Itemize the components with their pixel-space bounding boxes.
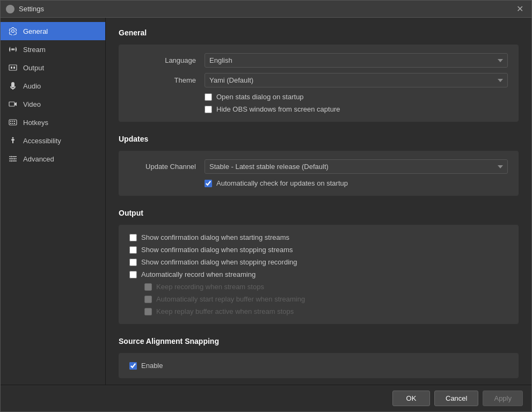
confirm-stop-recording-checkbox[interactable]: [129, 259, 137, 266]
update-channel-control: Stable - Latest stable release (Default): [205, 159, 508, 174]
updates-section-body: Update Channel Stable - Latest stable re…: [119, 151, 519, 196]
theme-row: Theme Yami (Default): [129, 73, 508, 87]
svg-rect-3: [13, 67, 15, 69]
video-icon: [8, 99, 18, 109]
confirm-stop-stream-row: Show confirmation dialog when stopping s…: [129, 246, 508, 254]
sidebar-item-accessibility[interactable]: Accessibility: [1, 131, 105, 150]
open-stats-row: Open stats dialog on startup: [205, 93, 508, 101]
svg-rect-1: [9, 65, 17, 70]
update-channel-select[interactable]: Stable - Latest stable release (Default): [205, 159, 508, 174]
general-section: General Language English Theme: [119, 28, 519, 122]
settings-window: Settings ✕ General: [0, 0, 532, 412]
sidebar-label-advanced: Advanced: [23, 155, 54, 163]
confirm-stop-stream-label[interactable]: Show confirmation dialog when stopping s…: [141, 246, 293, 254]
output-section-body: Show confirmation dialog when starting s…: [119, 225, 519, 324]
enable-snap-label[interactable]: Enable: [141, 362, 163, 370]
svg-rect-6: [10, 121, 11, 122]
auto-check-label[interactable]: Automatically check for updates on start…: [216, 179, 348, 187]
language-label: Language: [129, 56, 205, 64]
svg-point-0: [12, 48, 14, 50]
auto-check-row: Automatically check for updates on start…: [129, 179, 508, 187]
confirm-stop-recording-row: Show confirmation dialog when stopping r…: [129, 258, 508, 266]
app-icon: [6, 5, 14, 13]
confirm-start-row: Show confirmation dialog when starting s…: [129, 233, 508, 241]
source-alignment-title: Source Alignment Snapping: [119, 337, 519, 345]
checkboxes-row: Open stats dialog on startup Hide OBS wi…: [129, 93, 508, 113]
theme-label: Theme: [129, 76, 205, 84]
theme-select[interactable]: Yami (Default): [205, 73, 508, 87]
titlebar: Settings ✕: [1, 1, 531, 18]
auto-replay-checkbox: [144, 296, 152, 303]
sidebar-item-output[interactable]: Output: [1, 58, 105, 77]
main-content-area: General Stream: [1, 18, 531, 385]
sidebar-label-stream: Stream: [23, 46, 46, 54]
hotkeys-icon: [8, 117, 18, 127]
language-select[interactable]: English: [205, 53, 508, 68]
sidebar-label-general: General: [23, 27, 48, 35]
svg-point-12: [12, 137, 14, 139]
confirm-stop-recording-label[interactable]: Show confirmation dialog when stopping r…: [141, 258, 297, 266]
gear-icon: [8, 26, 18, 36]
auto-record-checkbox[interactable]: [129, 271, 137, 278]
auto-record-row: Automatically record when streaming: [129, 270, 508, 278]
svg-rect-8: [14, 121, 15, 122]
audio-icon: [8, 81, 18, 91]
keep-replay-row: Keep replay buffer active when stream st…: [144, 307, 508, 315]
hide-obs-row: Hide OBS windows from screen capture: [205, 105, 508, 113]
main-panel: General Language English Theme: [106, 18, 531, 385]
hide-obs-checkbox[interactable]: [205, 106, 212, 113]
confirm-stop-stream-checkbox[interactable]: [129, 246, 137, 254]
sidebar-item-advanced[interactable]: Advanced: [1, 150, 105, 168]
open-stats-label[interactable]: Open stats dialog on startup: [216, 93, 304, 101]
updates-section: Updates Update Channel Stable - Latest s…: [119, 135, 519, 196]
source-alignment-body: Enable: [119, 353, 519, 378]
sidebar-item-audio[interactable]: Audio: [1, 77, 105, 95]
language-control: English: [205, 53, 508, 68]
sidebar-label-output: Output: [23, 64, 44, 72]
cancel-button[interactable]: Cancel: [434, 391, 478, 406]
enable-snap-checkbox[interactable]: [129, 362, 137, 370]
apply-button[interactable]: Apply: [483, 391, 523, 406]
source-alignment-section: Source Alignment Snapping Enable: [119, 337, 519, 378]
sidebar-item-stream[interactable]: Stream: [1, 40, 105, 58]
open-stats-checkbox[interactable]: [205, 93, 212, 101]
output-icon: [8, 63, 18, 72]
ok-button[interactable]: OK: [392, 391, 430, 406]
auto-replay-row: Automatically start replay buffer when s…: [144, 295, 508, 303]
sidebar-label-hotkeys: Hotkeys: [23, 119, 48, 127]
auto-record-label[interactable]: Automatically record when streaming: [141, 270, 256, 278]
confirm-start-checkbox[interactable]: [129, 234, 137, 241]
close-button[interactable]: ✕: [513, 3, 526, 16]
output-section: Output Show confirmation dialog when sta…: [119, 209, 519, 324]
sidebar-item-general[interactable]: General: [1, 22, 105, 40]
svg-point-13: [11, 156, 12, 158]
svg-rect-9: [10, 123, 11, 124]
svg-point-14: [14, 158, 16, 160]
sidebar: General Stream: [1, 18, 106, 385]
language-row: Language English: [129, 53, 508, 68]
general-section-body: Language English Theme Yami (Default): [119, 45, 519, 122]
accessibility-icon: [8, 136, 18, 145]
hide-obs-label[interactable]: Hide OBS windows from screen capture: [216, 105, 340, 113]
theme-control: Yami (Default): [205, 73, 508, 87]
auto-check-updates-row: Automatically check for updates on start…: [205, 179, 508, 187]
sidebar-label-video: Video: [23, 100, 41, 108]
svg-rect-4: [9, 102, 14, 106]
sidebar-label-audio: Audio: [23, 82, 41, 90]
general-section-title: General: [119, 28, 519, 37]
keep-replay-checkbox: [144, 308, 152, 315]
auto-check-checkbox[interactable]: [205, 180, 212, 187]
confirm-start-label[interactable]: Show confirmation dialog when starting s…: [141, 233, 289, 241]
update-channel-row: Update Channel Stable - Latest stable re…: [129, 159, 508, 174]
sidebar-item-video[interactable]: Video: [1, 95, 105, 113]
window-title: Settings: [19, 5, 44, 13]
updates-section-title: Updates: [119, 135, 519, 143]
sidebar-item-hotkeys[interactable]: Hotkeys: [1, 113, 105, 131]
svg-rect-11: [14, 123, 15, 124]
svg-point-15: [11, 160, 12, 162]
svg-rect-7: [12, 121, 13, 122]
advanced-icon: [8, 154, 18, 164]
keep-recording-label: Keep recording when stream stops: [156, 283, 264, 291]
svg-rect-2: [11, 67, 12, 69]
output-section-title: Output: [119, 209, 519, 217]
